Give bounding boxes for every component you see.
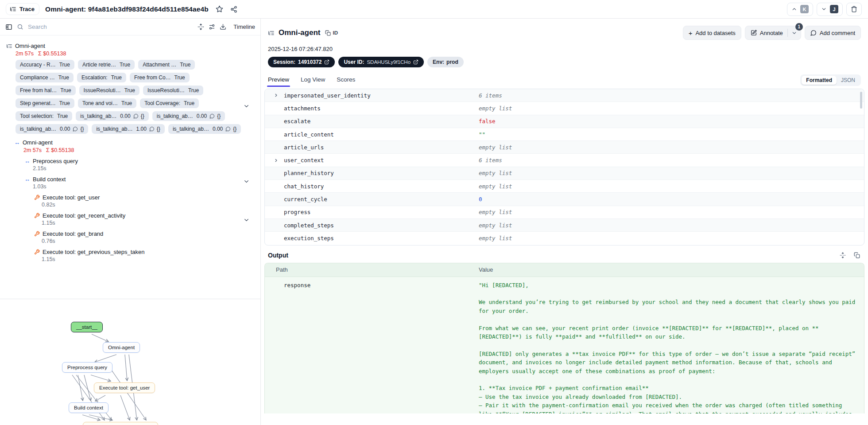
root-metrics: 2m 57s Σ $0.55138 (0, 51, 260, 57)
table-scrollbar-thumb[interactable] (860, 92, 862, 109)
tree-span-build-context[interactable]: ↔ Build context (0, 176, 260, 183)
tab-scores[interactable]: Scores (337, 76, 355, 87)
user-id-badge[interactable]: User ID: SDAHUSLy9f1CHo (338, 57, 424, 67)
tag-label: Compliance … (20, 74, 55, 81)
table-row[interactable]: escalate false (265, 115, 864, 128)
table-row[interactable]: user_context 6 items (265, 154, 864, 167)
timeline-toggle[interactable]: Timeline (233, 23, 255, 30)
collapse-tags-chevron-icon[interactable] (243, 103, 250, 109)
score-tag-pill[interactable]: Tool Coverage: True (140, 98, 199, 108)
response-value: "Hi [REDACTED], We understand you’re try… (479, 277, 864, 413)
score-tag-pill[interactable]: Free from Co… True (130, 73, 190, 82)
table-row[interactable]: completed_steps empty list (265, 219, 864, 232)
format-formatted-option[interactable]: Formatted (802, 76, 837, 85)
annotate-dropdown-chevron-icon[interactable] (788, 30, 801, 36)
collapse-build-context-chevron-icon[interactable] (243, 217, 250, 223)
score-tag-pill[interactable]: Accuracy - R… True (16, 60, 74, 70)
agent-metrics: 2m 57s Σ $0.55138 (0, 147, 260, 153)
score-tag-pill[interactable]: is_talking_ab… 0.00 {} (16, 124, 88, 134)
span-arrows-icon: ↔ (24, 158, 30, 164)
graph-node-omni-agent[interactable]: Omni-agent (103, 342, 140, 353)
collapse-panel-icon[interactable] (5, 23, 12, 31)
annotate-button[interactable]: Annotate (745, 30, 787, 36)
tag-label: Step generat… (20, 100, 56, 106)
table-row[interactable]: attachments empty list (265, 102, 864, 115)
share-icon[interactable] (230, 6, 237, 13)
score-tag-pill[interactable]: is_talking_ab… 1.00 {} (92, 124, 164, 134)
comment-bubble-icon (209, 113, 215, 119)
detail-actions: + Add to datasets Annotate 1 Add comment (683, 26, 861, 40)
score-tag-pill[interactable]: Step generat… True (16, 98, 74, 108)
format-json-option[interactable]: JSON (837, 76, 860, 85)
tag-value: True (188, 87, 199, 94)
score-tag-pill[interactable]: is_talking_ab… 0.00 {} (168, 124, 241, 134)
span-name: Execute tool: get_user (43, 194, 100, 201)
table-row[interactable]: progress empty list (265, 206, 864, 219)
tab-log-view[interactable]: Log View (301, 76, 325, 87)
graph-node-clipped[interactable] (83, 422, 158, 425)
table-row[interactable]: chat_history empty list (265, 180, 864, 193)
row-value: empty list (479, 105, 864, 112)
tag-label: is_talking_ab… (96, 126, 132, 132)
graph-node-build-context[interactable]: Build context (69, 402, 108, 413)
expand-row-chevron-icon[interactable] (274, 93, 279, 98)
trace-timestamp: 2025-12-16 07:26:47.820 (261, 40, 868, 52)
collapse-agent-chevron-icon[interactable] (243, 178, 250, 185)
row-value: empty list (479, 144, 864, 151)
tab-preview[interactable]: Preview (268, 76, 289, 87)
score-tag-pill[interactable]: Tool selection: True (16, 111, 72, 121)
tree-span-get-recent-activity[interactable]: Execute tool: get_recent_activity (0, 212, 260, 219)
next-trace-button[interactable]: J (817, 3, 843, 16)
score-tag-pill[interactable]: Tone and voi… True (78, 98, 136, 108)
agent-duration: 2m 57s (23, 147, 42, 153)
env-badge: Env: prod (427, 57, 464, 67)
copy-output-icon[interactable] (854, 252, 860, 258)
span-name: Execute tool: get_brand (43, 230, 103, 237)
score-tag-pill[interactable]: Article retrie… True (78, 60, 135, 70)
output-response-row[interactable]: response "Hi [REDACTED], We understand y… (265, 277, 864, 413)
download-icon[interactable] (220, 23, 226, 30)
score-tags: Accuracy - R… True Article retrie… True … (16, 60, 248, 134)
table-row[interactable]: article_content "" (265, 128, 864, 141)
graph-node-preprocess-query[interactable]: Preprocess query (62, 362, 112, 373)
table-row[interactable]: article_urls empty list (265, 141, 864, 154)
score-tag-pill[interactable]: is_talking_ab… 0.00 {} (76, 111, 148, 121)
score-tag-pill[interactable]: IssueResoluti… True (143, 86, 203, 95)
tag-label: is_talking_ab… (157, 113, 193, 119)
add-to-datasets-button[interactable]: + Add to datasets (683, 26, 741, 40)
tag-value: True (180, 62, 190, 68)
output-section-header: Output (261, 246, 868, 259)
add-comment-button[interactable]: Add comment (805, 26, 861, 40)
score-tag-pill[interactable]: Compliance … True (16, 73, 74, 82)
table-row[interactable]: current_cycle 0 (265, 193, 864, 206)
score-tag-pill[interactable]: Free from hal… True (16, 86, 76, 95)
tree-span-get-brand[interactable]: Execute tool: get_brand (0, 230, 260, 237)
tree-span-omni-agent[interactable]: ↔ Omni-agent (0, 139, 260, 146)
tree-span-get-user[interactable]: Execute tool: get_user (0, 194, 260, 201)
table-row[interactable]: planner_history empty list (265, 167, 864, 180)
score-tag-pill[interactable]: Escalation: True (77, 73, 126, 82)
table-row[interactable]: execution_steps empty list (265, 232, 864, 245)
tree-root-omni-agent[interactable]: Omni-agent (0, 43, 260, 49)
score-tag-pill[interactable]: is_talking_ab… 0.00 {} (152, 111, 225, 121)
graph-node-start[interactable]: __start__ (71, 322, 103, 332)
row-key: escalate (265, 118, 479, 125)
delete-trace-button[interactable] (846, 3, 862, 16)
unfold-output-icon[interactable] (840, 252, 846, 258)
row-key: article_content (265, 131, 479, 138)
table-row[interactable]: impersonated_user_identity 6 items (265, 89, 864, 102)
filter-settings-icon[interactable] (209, 23, 215, 30)
unfold-all-icon[interactable] (198, 23, 204, 30)
score-tag-pill[interactable]: IssueResoluti… True (79, 86, 140, 95)
search-input[interactable] (28, 23, 193, 30)
tree-span-get-previous-steps-taken[interactable]: Execute tool: get_previous_steps_taken (0, 249, 260, 255)
prev-trace-button[interactable]: K (787, 3, 813, 16)
score-tag-pill[interactable]: Attachment … True (138, 60, 195, 70)
session-badge[interactable]: Session: 14910372 (268, 57, 335, 67)
star-icon[interactable] (216, 5, 223, 13)
copy-id-button[interactable]: ID (325, 30, 338, 36)
span-name: Build context (33, 176, 66, 183)
expand-row-chevron-icon[interactable] (274, 158, 279, 163)
tree-span-preprocess-query[interactable]: ↔ Preprocess query (0, 158, 260, 164)
graph-node-get-user[interactable]: Execute tool: get_user (94, 382, 155, 393)
